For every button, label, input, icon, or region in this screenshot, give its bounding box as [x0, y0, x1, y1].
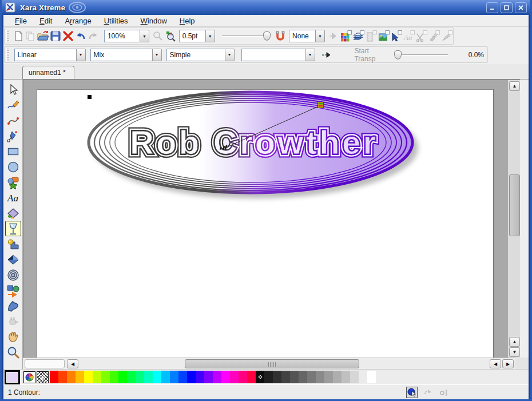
- color-swatch[interactable]: [144, 371, 153, 383]
- transparency-tool[interactable]: [5, 221, 21, 236]
- color-swatch[interactable]: [350, 371, 359, 383]
- minimize-button[interactable]: [486, 2, 498, 13]
- color-swatch[interactable]: [204, 371, 213, 383]
- save-button[interactable]: [49, 29, 62, 43]
- scroll-up-button[interactable]: ▲: [509, 81, 520, 91]
- zoom-tool[interactable]: [5, 344, 21, 360]
- color-swatch[interactable]: [136, 371, 144, 383]
- logo-drawing[interactable]: Rob Crowther Rob Crowther Rob Crowther R…: [37, 90, 494, 358]
- color-swatch[interactable]: [264, 371, 273, 383]
- color-swatch[interactable]: [316, 371, 324, 383]
- zoom-combo[interactable]: 100% ▼: [104, 30, 149, 42]
- color-swatch[interactable]: [178, 371, 187, 383]
- bitmap-gallery-button[interactable]: [378, 29, 390, 43]
- text-tool[interactable]: Aa: [5, 190, 21, 205]
- quickshape-tool[interactable]: [5, 174, 21, 190]
- frame-gallery-button[interactable]: [365, 29, 378, 43]
- selector-tool[interactable]: [5, 82, 21, 97]
- start-transparency-slider[interactable]: [394, 49, 449, 61]
- smoothing-combo[interactable]: None ▼: [289, 30, 325, 42]
- color-swatch[interactable]: [324, 371, 333, 383]
- scroll-up-button-2[interactable]: ▲: [509, 337, 520, 347]
- color-swatch[interactable]: [290, 371, 299, 383]
- color-swatch[interactable]: [84, 371, 93, 383]
- color-swatch[interactable]: [76, 371, 84, 383]
- clipart-gallery-button[interactable]: [415, 29, 428, 43]
- transparency-end-handle[interactable]: [318, 102, 324, 108]
- color-swatch[interactable]: [196, 371, 204, 383]
- color-swatch[interactable]: [230, 371, 239, 383]
- color-swatch[interactable]: [161, 371, 170, 383]
- color-swatch[interactable]: [93, 371, 101, 383]
- zoom-to-drawing-button[interactable]: [164, 29, 177, 43]
- start-transparency-thumb[interactable]: [394, 50, 402, 59]
- horizontal-scroll-thumb[interactable]: [185, 359, 359, 368]
- new-document-button[interactable]: [12, 29, 25, 43]
- menu-utilities[interactable]: Utilities: [98, 15, 134, 26]
- vertical-scroll-thumb[interactable]: [509, 174, 520, 236]
- tab-unnamed1[interactable]: unnamed1 *: [22, 66, 74, 79]
- menu-help[interactable]: Help: [174, 15, 201, 26]
- pen-tool[interactable]: [5, 128, 21, 144]
- color-swatch[interactable]: [247, 371, 256, 383]
- layer-gallery-button[interactable]: [352, 29, 365, 43]
- color-swatch[interactable]: [101, 371, 110, 383]
- color-swatch[interactable]: [170, 371, 178, 383]
- color-swatch[interactable]: [333, 371, 342, 383]
- contour-tool[interactable]: [5, 267, 21, 283]
- color-swatch[interactable]: [256, 371, 264, 383]
- color-swatch[interactable]: [118, 371, 127, 383]
- line-width-combo[interactable]: 0.5pt ▼: [179, 30, 215, 42]
- scroll-down-button[interactable]: ▼: [509, 347, 520, 357]
- title-bar[interactable]: Xara Xtreme: [2, 0, 530, 15]
- previous-zoom-button[interactable]: [152, 29, 164, 43]
- no-color-button[interactable]: [37, 371, 49, 383]
- live-effects-tool[interactable]: [5, 313, 21, 329]
- apply-attributes-button[interactable]: [327, 29, 340, 43]
- font-gallery-button[interactable]: Aa: [403, 29, 415, 43]
- copy-button[interactable]: [25, 29, 37, 43]
- transparency-type-combo[interactable]: Mix ▼: [90, 49, 162, 61]
- shadow-tool[interactable]: [5, 236, 21, 252]
- shape-editor-tool[interactable]: [5, 113, 21, 128]
- color-swatch[interactable]: [239, 371, 247, 383]
- transparency-shape-combo[interactable]: Linear ▼: [14, 49, 86, 61]
- canvas[interactable]: Rob Crowther Rob Crowther Rob Crowther R…: [23, 80, 520, 358]
- color-swatch[interactable]: [221, 371, 230, 383]
- current-color-well[interactable]: [5, 370, 20, 384]
- snap-magnet-button[interactable]: [274, 29, 287, 43]
- color-swatch[interactable]: [110, 371, 118, 383]
- vertical-scrollbar[interactable]: ▲ ▲ ▼: [507, 80, 520, 358]
- color-swatch[interactable]: [307, 371, 316, 383]
- horizontal-scrollbar[interactable]: ◀ ◀ ▶: [23, 358, 520, 369]
- blend-tool[interactable]: [5, 283, 21, 298]
- line-gallery-button[interactable]: [440, 29, 453, 43]
- color-swatch[interactable]: [153, 371, 161, 383]
- delete-button[interactable]: [62, 29, 74, 43]
- color-swatch[interactable]: [50, 371, 58, 383]
- color-gallery-button[interactable]: [340, 29, 352, 43]
- menu-window[interactable]: Window: [135, 15, 173, 26]
- fill-tool[interactable]: [5, 205, 21, 221]
- color-swatch[interactable]: [273, 371, 281, 383]
- ellipse-tool[interactable]: [5, 159, 21, 174]
- color-swatch[interactable]: [213, 371, 221, 383]
- live-drag-indicator[interactable]: [406, 387, 418, 398]
- mould-tool[interactable]: [5, 298, 21, 313]
- color-swatch[interactable]: [127, 371, 136, 383]
- menu-edit[interactable]: Edit: [34, 15, 58, 26]
- color-swatch[interactable]: [359, 371, 367, 383]
- rectangle-tool[interactable]: [5, 144, 21, 159]
- push-tool[interactable]: [5, 329, 21, 344]
- color-swatch[interactable]: [367, 371, 376, 383]
- maximize-button[interactable]: [501, 2, 513, 13]
- close-button[interactable]: [515, 2, 527, 13]
- color-swatch[interactable]: [187, 371, 196, 383]
- bevel-tool[interactable]: [5, 252, 21, 267]
- toolbar-drag-handle[interactable]: [6, 30, 9, 42]
- resolution-combo[interactable]: ▼: [241, 49, 315, 61]
- scroll-left-button[interactable]: ◀: [67, 359, 78, 368]
- menu-file[interactable]: File: [9, 15, 33, 26]
- color-swatch[interactable]: [299, 371, 307, 383]
- scroll-right-button[interactable]: ▶: [502, 359, 514, 368]
